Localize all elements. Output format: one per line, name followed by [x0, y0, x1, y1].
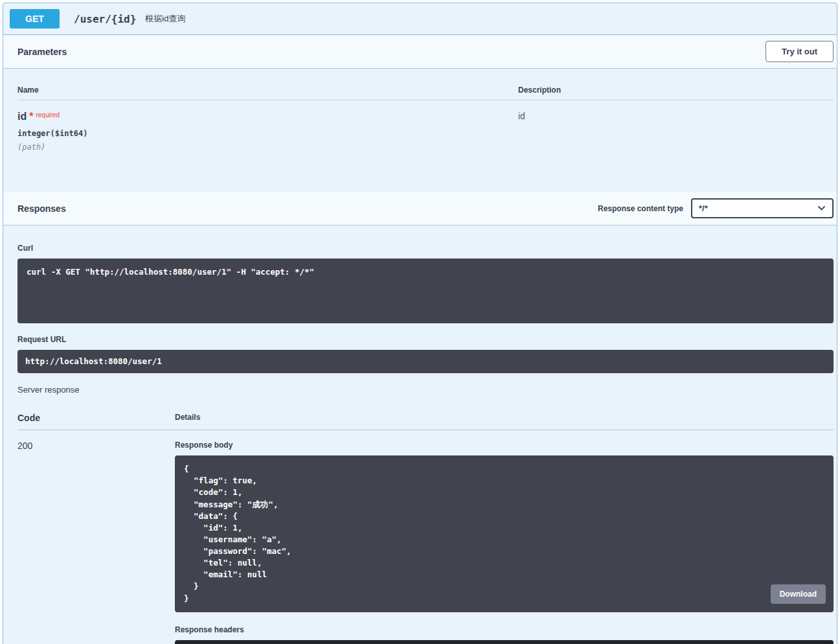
- operation-summary[interactable]: GET /user/{id} 根据id查询: [3, 3, 837, 35]
- response-content-type-group: Response content type */*: [598, 198, 834, 218]
- response-content-type-value: */*: [699, 203, 708, 213]
- method-badge: GET: [10, 9, 60, 29]
- parameter-description-cell: id: [518, 100, 834, 152]
- responses-body: Curl curl -X GET "http://localhost:8080/…: [3, 225, 837, 644]
- column-header-code: Code: [17, 408, 175, 430]
- request-url-text: http://localhost:8080/user/1: [25, 356, 826, 367]
- response-details-cell: Response body { "flag": true, "code": 1,…: [175, 430, 834, 644]
- curl-label: Curl: [17, 244, 834, 253]
- response-body-label: Response body: [175, 441, 834, 450]
- responses-section-header: Responses Response content type */*: [3, 192, 837, 225]
- response-headers-label: Response headers: [175, 625, 834, 634]
- status-code: 200: [17, 441, 175, 451]
- curl-command-text: curl -X GET "http://localhost:8080/user/…: [27, 266, 824, 278]
- server-response-row: 200 Response body { "flag": true, "code"…: [17, 430, 834, 644]
- response-content-type-label: Response content type: [598, 204, 683, 213]
- chevron-down-icon: [817, 205, 826, 211]
- response-content-type-select[interactable]: */*: [691, 198, 834, 218]
- column-header-description: Description: [518, 79, 834, 100]
- parameters-table-header: Name Description: [17, 79, 834, 100]
- parameter-row: id*required integer($int64) (path) id: [17, 100, 834, 152]
- response-body-json: { "flag": true, "code": 1, "message": "成…: [184, 463, 824, 604]
- parameter-name: id*required: [17, 111, 518, 122]
- responses-title: Responses: [17, 203, 66, 214]
- response-headers-block: content-type: application/json;charset=U…: [175, 640, 834, 644]
- response-code-cell: 200: [17, 430, 175, 644]
- parameters-section-header: Parameters Try it out: [3, 35, 837, 69]
- server-response-label: Server response: [17, 385, 834, 395]
- parameter-type: integer($int64): [17, 129, 518, 138]
- try-it-out-button[interactable]: Try it out: [766, 41, 834, 62]
- download-button[interactable]: Download: [771, 584, 826, 604]
- parameter-name-cell: id*required integer($int64) (path): [17, 100, 518, 152]
- server-response-table-header: Code Details: [17, 408, 834, 430]
- response-body-block: { "flag": true, "code": 1, "message": "成…: [175, 455, 834, 612]
- column-header-name: Name: [17, 79, 518, 100]
- column-header-details: Details: [175, 408, 834, 430]
- parameters-table: Name Description id*required integer($in…: [3, 69, 837, 192]
- parameters-title: Parameters: [17, 47, 67, 57]
- operation-path: /user/{id}: [74, 13, 136, 25]
- parameter-location: (path): [17, 143, 518, 152]
- curl-command-block: curl -X GET "http://localhost:8080/user/…: [17, 259, 834, 323]
- operation-block-get-user: GET /user/{id} 根据id查询 Parameters Try it …: [3, 3, 837, 644]
- request-url-block: http://localhost:8080/user/1: [17, 350, 834, 373]
- parameter-name-text: id: [17, 111, 27, 122]
- operation-description: 根据id查询: [145, 13, 185, 25]
- parameter-description: id: [518, 111, 834, 121]
- required-label: required: [36, 111, 60, 119]
- required-star: *: [29, 111, 33, 122]
- request-url-label: Request URL: [17, 335, 834, 344]
